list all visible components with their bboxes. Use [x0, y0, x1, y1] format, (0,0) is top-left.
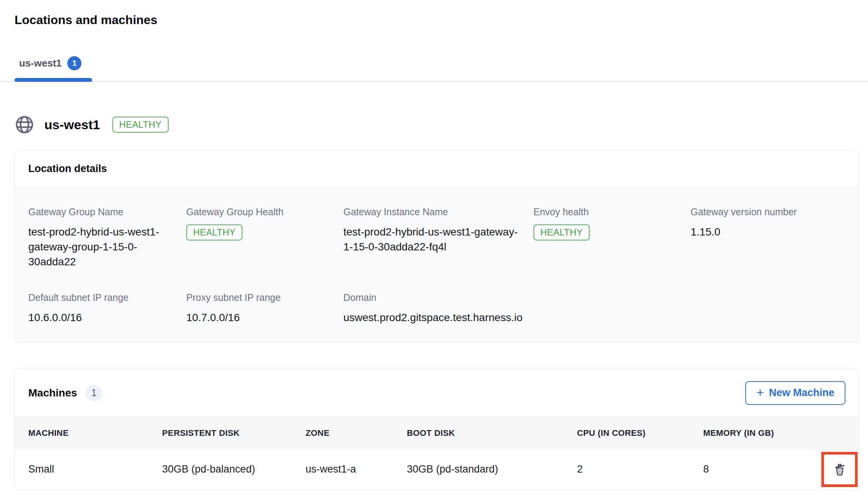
- tab-label: us-west1: [19, 57, 62, 69]
- location-details-title: Location details: [28, 163, 845, 175]
- field-label: Domain: [343, 292, 518, 303]
- active-tab-indicator: [15, 78, 92, 82]
- field-label: Default subnet IP range: [28, 292, 171, 303]
- machines-title: Machines: [28, 387, 77, 399]
- field-label: Envoy health: [533, 206, 675, 218]
- highlight-box: [821, 452, 858, 487]
- page-title: Locations and machines: [15, 12, 868, 28]
- col-cpu: CPU (IN CORES): [577, 428, 703, 438]
- row-actions: [821, 452, 858, 487]
- col-memory: MEMORY (IN GB): [703, 428, 821, 438]
- field-gateway-instance-name: Gateway Instance Name test-prod2-hybrid-…: [343, 206, 533, 270]
- col-machine: MACHINE: [28, 428, 162, 438]
- envoy-health-badge: HEALTHY: [533, 224, 590, 240]
- machines-table-header: MACHINE PERSISTENT DISK ZONE BOOT DISK C…: [15, 417, 859, 450]
- location-status-badge: HEALTHY: [112, 117, 169, 133]
- cell-cpu: 2: [577, 463, 703, 475]
- field-gateway-group-health: Gateway Group Health HEALTHY: [186, 206, 343, 270]
- table-row: Small 30GB (pd-balanced) us-west1-a 30GB…: [15, 450, 859, 489]
- field-value: test-prod2-hybrid-us-west1-gateway-1-15-…: [343, 224, 518, 254]
- col-boot-disk: BOOT DISK: [407, 428, 577, 438]
- field-label: Gateway Instance Name: [343, 206, 518, 218]
- globe-icon: [15, 115, 34, 135]
- col-persistent-disk: PERSISTENT DISK: [162, 428, 306, 438]
- field-value: 10.7.0.0/16: [186, 310, 328, 325]
- main-content: us-west1 HEALTHY Location details Gatewa…: [0, 115, 868, 490]
- location-tabbar: us-west1 1: [0, 54, 868, 82]
- field-label: Gateway Group Name: [28, 206, 171, 218]
- field-proxy-subnet: Proxy subnet IP range 10.7.0.0/16: [186, 292, 343, 325]
- field-value: test-prod2-hybrid-us-west1-gateway-group…: [28, 224, 160, 270]
- field-label: Gateway Group Health: [186, 206, 328, 218]
- cell-zone: us-west1-a: [306, 463, 407, 475]
- field-gateway-group-name: Gateway Group Name test-prod2-hybrid-us-…: [28, 206, 186, 270]
- location-name: us-west1: [44, 117, 100, 132]
- location-header: us-west1 HEALTHY: [15, 115, 859, 135]
- location-details-header: Location details: [15, 150, 859, 187]
- cell-memory: 8: [703, 463, 821, 475]
- location-details-card: Location details Gateway Group Name test…: [15, 150, 859, 343]
- field-label: Proxy subnet IP range: [186, 292, 328, 303]
- field-domain: Domain uswest.prod2.gitspace.test.harnes…: [343, 292, 533, 325]
- location-details-body: Gateway Group Name test-prod2-hybrid-us-…: [15, 187, 859, 343]
- gateway-group-health-badge: HEALTHY: [186, 224, 242, 240]
- trash-icon: [832, 462, 847, 477]
- field-value: 1.15.0: [691, 224, 830, 239]
- field-default-subnet: Default subnet IP range 10.6.0.0/16: [28, 292, 186, 325]
- machines-header: Machines 1 + New Machine: [15, 369, 859, 417]
- cell-machine: Small: [28, 463, 162, 475]
- field-label: Gateway version number: [691, 206, 830, 218]
- field-gateway-version: Gateway version number 1.15.0: [691, 206, 845, 270]
- col-zone: ZONE: [306, 428, 407, 438]
- field-value: 10.6.0.0/16: [28, 310, 171, 325]
- machines-count-badge: 1: [86, 385, 102, 401]
- cell-boot-disk: 30GB (pd-standard): [407, 463, 577, 475]
- delete-machine-button[interactable]: [832, 462, 847, 477]
- machines-card: Machines 1 + New Machine MACHINE PERSIST…: [15, 369, 859, 490]
- plus-icon: +: [756, 385, 764, 400]
- tab-us-west1[interactable]: us-west1 1: [15, 54, 92, 81]
- new-machine-button[interactable]: + New Machine: [745, 381, 845, 405]
- new-machine-button-label: New Machine: [769, 387, 834, 399]
- cell-persistent-disk: 30GB (pd-balanced): [162, 463, 306, 475]
- field-value: uswest.prod2.gitspace.test.harness.io: [343, 310, 518, 325]
- tab-count-badge: 1: [67, 56, 81, 70]
- field-envoy-health: Envoy health HEALTHY: [533, 206, 691, 270]
